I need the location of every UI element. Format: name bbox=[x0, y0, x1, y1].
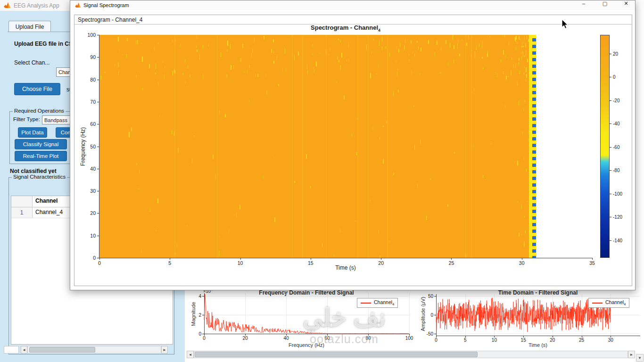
time-chart-xlabel: Time (s) bbox=[528, 342, 547, 348]
y-tick-label: -50 bbox=[427, 331, 433, 337]
speckle bbox=[382, 37, 382, 41]
speckle bbox=[524, 100, 525, 102]
speckle bbox=[372, 126, 373, 131]
speckle bbox=[187, 225, 188, 226]
speckle bbox=[118, 37, 119, 39]
speckle bbox=[524, 73, 524, 75]
gv bbox=[409, 293, 410, 334]
speckle bbox=[376, 74, 377, 75]
classify-signal-button[interactable]: Classify Signal bbox=[15, 139, 67, 149]
table-scrollbar-thumb[interactable] bbox=[29, 347, 95, 353]
end-dashed-column bbox=[532, 35, 536, 258]
speckle bbox=[348, 58, 349, 62]
speckle bbox=[251, 54, 252, 58]
speckle bbox=[178, 148, 179, 153]
speckle bbox=[175, 39, 175, 42]
speckle bbox=[503, 71, 504, 74]
speckle bbox=[219, 251, 219, 256]
plots-scroll-right-button[interactable]: ► bbox=[628, 351, 635, 358]
speckle bbox=[320, 53, 320, 54]
speckle bbox=[505, 56, 506, 58]
speckle bbox=[389, 53, 390, 57]
speckle bbox=[118, 71, 119, 75]
spectrogram-heatmap bbox=[99, 35, 592, 258]
speckle bbox=[221, 52, 221, 57]
speckle bbox=[421, 48, 421, 51]
speckle bbox=[454, 59, 454, 63]
speckle bbox=[526, 169, 527, 172]
vertical-scroll-down-button[interactable]: ▼ bbox=[636, 354, 644, 362]
x-tick-label: 0 bbox=[435, 337, 438, 343]
plots-scrollbar-thumb[interactable] bbox=[195, 352, 478, 357]
table-scroll-left-button[interactable]: ◄ bbox=[21, 346, 27, 354]
tab-upload-file[interactable]: Upload File bbox=[8, 21, 51, 32]
close-button[interactable]: ✕ bbox=[619, 0, 634, 8]
speckle bbox=[471, 49, 472, 50]
speckle bbox=[254, 40, 254, 42]
speckle bbox=[310, 186, 311, 189]
speckle bbox=[129, 132, 130, 137]
speckle bbox=[249, 65, 250, 68]
speckle bbox=[373, 39, 374, 40]
speckle bbox=[521, 52, 521, 54]
classification-status: Not classified yet bbox=[10, 168, 57, 174]
speckle bbox=[314, 66, 314, 68]
speckle bbox=[307, 64, 307, 69]
speckle bbox=[526, 74, 527, 78]
speckle bbox=[231, 65, 231, 70]
speckle bbox=[136, 75, 137, 77]
speckle bbox=[521, 205, 522, 209]
x-tick-label: 30 bbox=[608, 337, 613, 343]
speckle bbox=[188, 66, 188, 68]
speckle bbox=[524, 216, 525, 217]
speckle bbox=[521, 56, 522, 60]
speckle bbox=[519, 36, 520, 40]
speckle bbox=[519, 58, 520, 61]
speckle bbox=[312, 54, 313, 55]
speckle bbox=[501, 59, 501, 62]
maximize-button[interactable]: ▢ bbox=[597, 0, 612, 8]
minimize-button[interactable]: – bbox=[576, 0, 591, 8]
down-arrow-icon: ▼ bbox=[638, 356, 642, 360]
speckle bbox=[183, 73, 183, 75]
speckle bbox=[379, 41, 380, 46]
speckle bbox=[412, 71, 412, 74]
speckle bbox=[515, 37, 516, 41]
speckle bbox=[306, 154, 307, 159]
plots-scroll-left-button[interactable]: ◄ bbox=[187, 351, 194, 358]
speckle bbox=[314, 69, 314, 72]
speckle bbox=[513, 64, 514, 67]
speckle bbox=[475, 56, 475, 58]
plot-data-button[interactable]: Plot Data bbox=[18, 127, 47, 138]
speckle bbox=[413, 51, 413, 53]
y-tick-label: 2 bbox=[198, 313, 201, 318]
faint-column bbox=[465, 35, 466, 258]
speckle bbox=[226, 74, 227, 77]
speckle bbox=[524, 36, 525, 41]
speckle bbox=[454, 45, 454, 49]
speckle bbox=[523, 46, 524, 48]
realtime-plot-button[interactable]: Real-Time Plot bbox=[15, 151, 67, 161]
speckle bbox=[340, 229, 340, 232]
speckle bbox=[213, 155, 214, 158]
frequency-chart-legend[interactable]: Channel4 bbox=[357, 298, 398, 308]
speckle bbox=[405, 40, 405, 42]
table-scroll-right-button[interactable]: ► bbox=[161, 346, 168, 354]
speckle bbox=[526, 50, 526, 56]
x-tick-label: 20 bbox=[242, 336, 248, 341]
speckle bbox=[180, 44, 181, 46]
time-chart-legend[interactable]: Channel4 bbox=[588, 298, 629, 308]
speckle bbox=[490, 36, 490, 38]
speckle bbox=[458, 40, 458, 42]
speckle bbox=[520, 71, 520, 74]
speckle bbox=[448, 62, 448, 66]
minimize-icon: – bbox=[582, 0, 585, 6]
speckle bbox=[386, 46, 386, 49]
x-tick-label: 0 bbox=[203, 336, 206, 341]
speckle bbox=[503, 50, 504, 55]
spectrogram-window-titlebar[interactable]: Signal Spectrogram bbox=[70, 0, 635, 10]
speckle bbox=[157, 198, 158, 203]
faint-column bbox=[387, 35, 388, 258]
legend-label: Channel4 bbox=[374, 299, 394, 306]
choose-file-button[interactable]: Choose File bbox=[14, 83, 60, 95]
